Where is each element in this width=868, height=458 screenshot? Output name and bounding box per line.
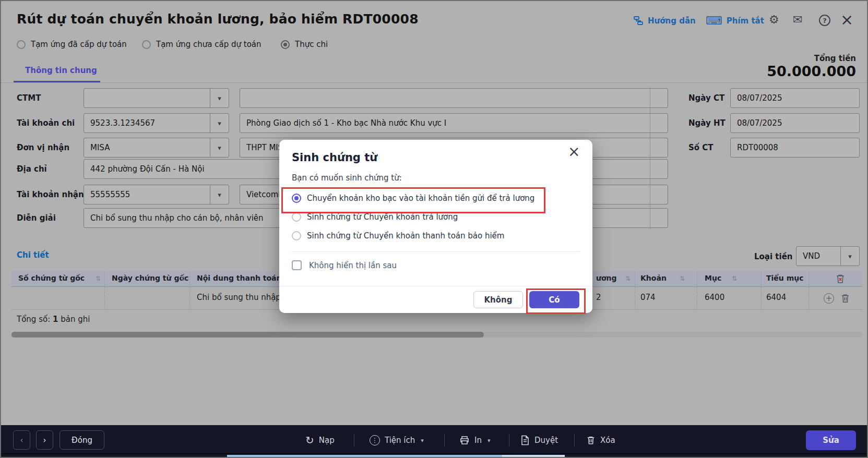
label-don-vi-nhan: Đơn vị nhận (17, 143, 69, 152)
toolbar-divider (574, 434, 575, 447)
add-row-icon[interactable]: + (824, 293, 834, 304)
window-close-icon[interactable]: × (840, 10, 853, 29)
settings-gear-icon[interactable]: ⚙ (769, 14, 779, 26)
print-button[interactable]: In ▾ (459, 431, 490, 450)
cell-muc: 6400 (705, 293, 724, 302)
close-button[interactable]: Đóng (60, 430, 104, 450)
chevron-down-icon[interactable]: ▾ (210, 114, 229, 132)
currency-select[interactable]: VND ▾ (796, 246, 860, 266)
utilities-icon: ⋮ (370, 435, 380, 445)
sort-icon[interactable]: ⇅ (625, 275, 631, 282)
print-label: In (474, 436, 482, 445)
dont-show-again-checkbox[interactable] (292, 260, 302, 270)
shortcuts-link[interactable]: ⌨ Phím tắt (706, 15, 764, 27)
chevron-down-icon[interactable]: ▾ (210, 185, 229, 204)
tai-khoan-chi-detail-field[interactable]: Phòng Giao dịch số 1 - Kho bạc Nhà nước … (240, 113, 668, 133)
approve-label: Duyệt (534, 436, 558, 445)
ctmt-detail-field[interactable] (240, 88, 668, 108)
label-tai-khoan-nhan: Tài khoản nhận (17, 190, 84, 199)
ngay-ht-value: 08/07/2025 (737, 118, 782, 128)
currency-label: Loại tiền (754, 252, 793, 261)
summary-suffix: bản ghi (61, 315, 90, 324)
label-ngay-ct: Ngày CT (688, 93, 724, 103)
col-so-chung-tu-goc[interactable]: Số chứng từ gốc (18, 274, 85, 282)
label-ctmt: CTMT (17, 93, 41, 103)
sort-icon[interactable]: ⇅ (96, 275, 101, 282)
col-muc[interactable]: Mục (705, 274, 721, 282)
option-chuyen-khoan-tra-luong[interactable]: Sinh chứng từ Chuyển khoản trả lương (292, 211, 458, 223)
so-ct-field[interactable]: RDT00008 (730, 138, 860, 158)
sort-icon[interactable]: ⇅ (680, 275, 685, 282)
chevron-down-icon[interactable]: ▾ (210, 89, 229, 107)
cell-khoan: 074 (640, 293, 656, 302)
reload-button[interactable]: ↻ Nạp (305, 431, 335, 450)
radio-circle (142, 40, 151, 49)
currency-value: VND (803, 251, 820, 261)
send-mail-icon[interactable]: ✉ (793, 14, 802, 26)
ngay-ht-field[interactable]: 08/07/2025 (730, 113, 860, 133)
page-title: Rút dự toán chuyển khoản lương, bảo hiểm… (17, 11, 419, 27)
sort-icon[interactable]: ⇅ (732, 275, 737, 282)
delete-all-rows-icon[interactable] (835, 273, 846, 284)
detail-section-title: Chi tiết (17, 250, 49, 260)
tai-khoan-chi-select[interactable]: 9523.3.1234567 ▾ (84, 113, 229, 133)
edit-button[interactable]: Sửa (806, 430, 856, 450)
chevron-down-icon[interactable]: ▾ (840, 247, 859, 266)
prev-record-button[interactable]: ‹ (13, 430, 30, 450)
option-thanh-toan-bao-hiem[interactable]: Sinh chứng từ Chuyển khoản thanh toán bả… (292, 230, 504, 242)
total-amount-label: Tổng tiền (814, 54, 856, 63)
option-chuyen-khoan-kho-bac[interactable]: Chuyển khoản kho bạc vào tài khoản tiền … (292, 192, 534, 204)
tai-khoan-nhan-select[interactable]: 55555555 ▾ (84, 185, 229, 204)
keyboard-icon: ⌨ (706, 16, 722, 26)
cell-tieu-muc: 6404 (766, 293, 786, 302)
approve-button[interactable]: Duyệt (520, 431, 558, 450)
tai-khoan-nhan-value: 55555555 (90, 190, 130, 199)
help-icon[interactable]: ? (819, 15, 830, 26)
guide-link[interactable]: Hướng dẫn (633, 15, 696, 27)
delete-button[interactable]: Xóa (586, 431, 615, 450)
tai-khoan-chi-detail: Phòng Giao dịch số 1 - Kho bạc Nhà nước … (246, 118, 446, 128)
so-ct-value: RDT00008 (737, 143, 778, 152)
col-noi-dung-thanh-toan[interactable]: Nội dung thanh toán (197, 274, 282, 282)
next-record-button[interactable]: › (36, 430, 53, 450)
sort-icon[interactable]: ⇅ (181, 275, 186, 282)
radio-tam-ung-chua-cap[interactable]: Tạm ứng chưa cấp dự toán (142, 39, 261, 50)
yes-button[interactable]: Có (529, 291, 579, 308)
horizontal-scrollbar-thumb[interactable] (11, 332, 484, 338)
don-vi-nhan-select[interactable]: MISA ▾ (84, 138, 229, 158)
no-button[interactable]: Không (473, 291, 523, 308)
ctmt-select[interactable]: ▾ (84, 88, 229, 108)
chevron-down-icon[interactable]: ▾ (210, 138, 229, 157)
radio-circle (292, 231, 301, 240)
tab-thong-tin-chung[interactable]: Thông tin chung (25, 66, 97, 75)
trash-icon (586, 435, 596, 445)
radio-circle-selected (292, 194, 301, 203)
radio-thuc-chi[interactable]: Thực chi (281, 39, 328, 50)
printer-icon (459, 435, 470, 445)
cell-noi-dung: Chi bổ sung thu nhập (197, 293, 281, 302)
chevron-down-icon: ▾ (421, 437, 424, 444)
shortcuts-link-label: Phím tắt (727, 16, 764, 26)
col-khoan[interactable]: Khoản (640, 274, 667, 282)
signpost-icon (633, 16, 644, 26)
dialog-close-icon[interactable]: × (568, 143, 580, 160)
background-window-sliver (502, 455, 565, 458)
dont-show-again-label: Không hiển thị lần sau (309, 261, 397, 270)
delete-label: Xóa (600, 436, 615, 445)
guide-link-label: Hướng dẫn (648, 16, 696, 26)
sinh-chung-tu-dialog (279, 140, 592, 313)
label-so-ct: Số CT (688, 143, 714, 152)
screen-bottom-edge (1, 453, 868, 454)
ngay-ct-field[interactable]: 08/07/2025 (730, 88, 860, 108)
radio-tam-ung-da-cap[interactable]: Tạm ứng đã cấp dự toán (17, 39, 127, 50)
col-ngay-chung-tu-goc[interactable]: Ngày chứng từ gốc (112, 274, 188, 282)
col-tieu-muc[interactable]: Tiểu mục (766, 274, 804, 282)
chevron-right-icon: › (43, 436, 46, 445)
option-label: Sinh chứng từ Chuyển khoản thanh toán bả… (307, 231, 504, 240)
record-count-summary: Tổng số: 1 bản ghi (17, 315, 90, 324)
summary-count: 1 (53, 315, 58, 324)
dialog-footer-divider (279, 286, 592, 286)
utilities-button[interactable]: ⋮ Tiện ích ▾ (370, 431, 424, 450)
delete-row-icon[interactable] (840, 293, 850, 304)
col-chuong[interactable]: ương (596, 274, 617, 282)
